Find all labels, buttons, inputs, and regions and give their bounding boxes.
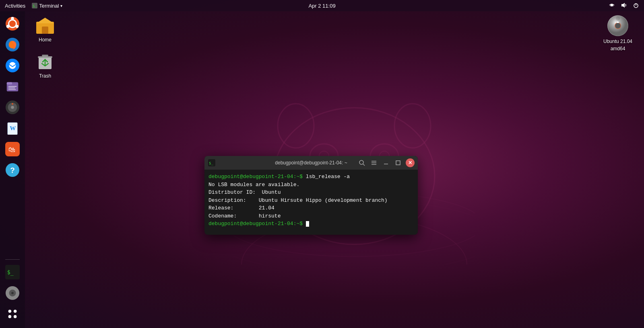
- home-folder-label: Home: [39, 37, 52, 43]
- svg-point-23: [16, 25, 19, 28]
- terminal-title: debugpoint@debugpoint-21-04: ~: [275, 160, 347, 166]
- rhythmbox-icon[interactable]: [3, 98, 22, 117]
- svg-rect-56: [42, 27, 48, 34]
- svg-point-67: [616, 24, 619, 27]
- terminal-line-2: debugpoint@debugpoint-21-04:~$: [208, 220, 414, 228]
- home-folder-img: [35, 14, 56, 35]
- svg-point-51: [8, 315, 12, 318]
- svg-point-70: [359, 160, 363, 164]
- network-icon[interactable]: [609, 2, 615, 10]
- dock-bottom: $_: [3, 258, 22, 328]
- svg-point-49: [8, 310, 12, 313]
- svg-text:$_: $_: [209, 161, 213, 165]
- svg-point-1: [278, 104, 314, 148]
- topbar-left: Activities $_ Terminal ▾: [5, 3, 62, 9]
- dock: W 🛍 ? $_: [0, 11, 25, 328]
- terminal-dock-icon[interactable]: $_: [3, 263, 22, 281]
- desktop-icons: Home Trash: [29, 14, 61, 79]
- topbar-datetime: Apr 2 11:09: [308, 3, 335, 9]
- svg-point-2: [394, 104, 431, 148]
- dvd-img: [607, 14, 629, 37]
- terminal-window: $_ debugpoint@debugpoint-21-04: ~ ✕: [204, 156, 418, 235]
- terminal-output-3: Description: Ubuntu Hirsute Hippo (devel…: [208, 197, 414, 205]
- svg-marker-16: [621, 3, 625, 8]
- terminal-titlebar-icon: $_: [208, 159, 216, 167]
- svg-point-22: [6, 25, 10, 28]
- svg-text:$_: $_: [7, 269, 14, 276]
- svg-point-50: [14, 310, 17, 313]
- app-center-icon[interactable]: 🛍: [3, 140, 22, 158]
- dvd-circle: [607, 15, 628, 36]
- trash-img: [35, 51, 56, 72]
- svg-point-35: [11, 106, 14, 109]
- svg-point-36: [12, 103, 13, 105]
- svg-point-65: [617, 22, 619, 24]
- svg-rect-59: [38, 56, 52, 58]
- terminal-controls: ✕: [357, 158, 415, 167]
- svg-point-66: [616, 16, 620, 20]
- libreoffice-writer-icon[interactable]: W: [3, 119, 22, 137]
- svg-point-63: [615, 23, 621, 29]
- terminal-output-1: No LSB modules are available.: [208, 181, 414, 189]
- terminal-titlebar: $_ debugpoint@debugpoint-21-04: ~ ✕: [204, 156, 418, 170]
- svg-text:$_: $_: [33, 4, 37, 8]
- svg-rect-31: [8, 88, 15, 88]
- svg-line-71: [363, 164, 365, 166]
- thunderbird-icon[interactable]: [3, 56, 22, 75]
- svg-point-52: [14, 315, 17, 318]
- svg-text:W: W: [10, 125, 16, 131]
- terminal-close-button[interactable]: ✕: [406, 158, 415, 167]
- dvd-label1: Ubuntu 21.04: [603, 39, 632, 44]
- topbar-right: [609, 2, 639, 10]
- desktop: Activities $_ Terminal ▾ Apr 2 11:09: [0, 0, 644, 328]
- svg-text:🛍: 🛍: [8, 146, 15, 154]
- terminal-output-2: Distributor ID: Ubuntu: [208, 189, 414, 197]
- help-icon[interactable]: ?: [3, 161, 22, 179]
- datetime-label: Apr 2 11:09: [308, 3, 335, 9]
- ubuntu-logo-icon[interactable]: [3, 14, 22, 33]
- terminal-menu-icon: $_: [32, 3, 37, 8]
- volume-icon[interactable]: [621, 2, 627, 10]
- terminal-command: lsb_release -a: [306, 174, 350, 180]
- terminal-prompt-1: debugpoint@debugpoint-21-04:~$: [208, 174, 306, 180]
- terminal-output-4: Release: 21.04: [208, 204, 414, 212]
- terminal-menu-label: Terminal: [39, 3, 59, 9]
- terminal-cursor: [306, 221, 309, 227]
- svg-rect-30: [8, 86, 17, 87]
- terminal-minimize-button[interactable]: [382, 158, 390, 167]
- terminal-maximize-button[interactable]: [394, 158, 402, 167]
- dvd-label2: amd64: [611, 46, 625, 51]
- activities-button[interactable]: Activities: [5, 3, 25, 9]
- svg-rect-76: [396, 161, 400, 165]
- terminal-line-1: debugpoint@debugpoint-21-04:~$ lsb_relea…: [208, 173, 414, 181]
- home-folder-desktop-icon[interactable]: Home: [29, 14, 61, 43]
- topbar: Activities $_ Terminal ▾ Apr 2 11:09: [0, 0, 644, 11]
- ubuntu-dvd-desktop-icon[interactable]: Ubuntu 21.04 amd64: [600, 14, 636, 51]
- svg-point-48: [11, 292, 14, 294]
- power-icon[interactable]: [633, 2, 639, 10]
- terminal-body[interactable]: debugpoint@debugpoint-21-04:~$ lsb_relea…: [204, 170, 418, 235]
- terminal-menu-chevron: ▾: [60, 4, 62, 8]
- terminal-menu-button[interactable]: [369, 158, 378, 167]
- svg-marker-55: [36, 18, 54, 23]
- disk-icon[interactable]: [3, 284, 22, 302]
- svg-rect-32: [8, 89, 16, 90]
- svg-rect-60: [42, 55, 48, 56]
- trash-desktop-icon[interactable]: Trash: [29, 51, 61, 79]
- firefox-icon[interactable]: [3, 35, 22, 54]
- svg-point-21: [11, 17, 14, 20]
- svg-rect-29: [7, 82, 12, 85]
- terminal-search-button[interactable]: [357, 158, 366, 167]
- svg-text:?: ?: [10, 166, 15, 174]
- show-apps-icon[interactable]: [3, 305, 22, 323]
- terminal-prompt-2: debugpoint@debugpoint-21-04:~$: [208, 221, 306, 227]
- trash-label: Trash: [39, 73, 51, 79]
- terminal-menu[interactable]: $_ Terminal ▾: [32, 3, 62, 9]
- files-icon[interactable]: [3, 77, 22, 96]
- dock-divider: [5, 259, 20, 260]
- terminal-output-5: Codename: hirsute: [208, 212, 414, 220]
- svg-point-64: [615, 23, 620, 28]
